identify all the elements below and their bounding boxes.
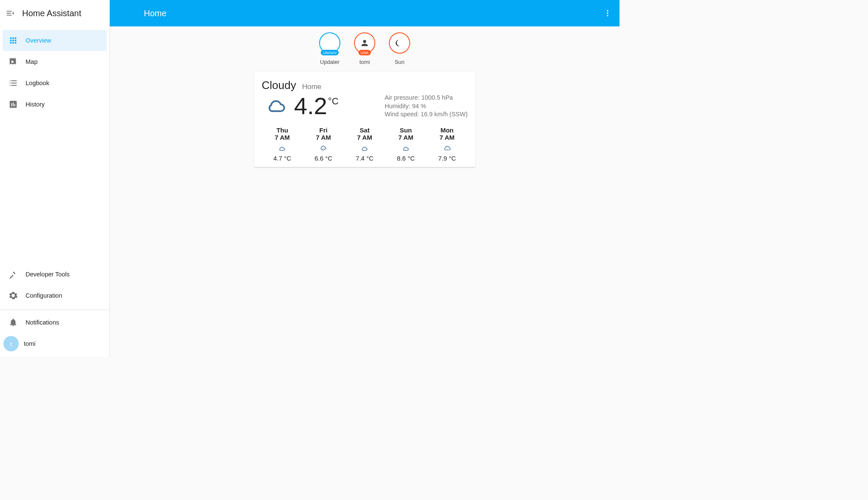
partly-cloudy-icon [344,143,385,154]
page-title: Home [144,9,166,18]
sidebar-header: Home Assistant [0,0,109,26]
forecast-temp: 6.6 °C [303,155,344,162]
partly-cloudy-icon [262,143,303,154]
sidebar-item-notifications[interactable]: Notifications [3,312,107,333]
forecast-day: Fri 7 AM 6.6 °C [303,126,344,162]
weather-card[interactable]: Cloudy Home 4.2°C Air pressure: 1000.5 h… [254,72,475,167]
weather-temp: 4.2°C [294,94,339,118]
main: Home UNAVAI Updater UNK tomi [110,0,620,357]
forecast-temp: 7.9 °C [426,155,468,162]
badge-sun[interactable]: Sun [387,32,412,65]
weather-temp-value: 4.2 [294,92,327,119]
badge-circle: UNAVAI [319,32,340,54]
bell-icon [9,318,26,327]
weather-condition: Cloudy [262,79,296,92]
forecast-temp: 7.4 °C [344,155,385,162]
forecast-weekday: Sun [385,126,426,134]
weather-now: 4.2°C Air pressure: 1000.5 hPa Humidity:… [262,94,468,119]
badge-tag: UNK [358,50,371,55]
brand-title: Home Assistant [22,9,81,18]
badge-circle [389,32,410,54]
forecast-day: Thu 7 AM 4.7 °C [262,126,303,162]
user-name: tomi [24,340,35,347]
sidebar-item-label: Developer Tools [26,271,70,278]
forecast-temp: 8.6 °C [385,155,426,162]
topbar: Home [110,0,620,26]
badge-label: Sun [394,59,404,65]
forecast-weekday: Thu [262,126,303,134]
forecast-weekday: Fri [303,126,344,134]
sidebar-tools: Developer Tools Configuration [0,264,109,308]
sidebar-item-label: Logbook [26,80,49,86]
rainy-icon [303,143,344,154]
list-icon [9,78,26,88]
sidebar-item-overview[interactable]: Overview [3,30,107,51]
weather-humidity: Humidity: 94 % [385,102,468,111]
entity-badges: UNAVAI Updater UNK tomi Sun [110,26,620,69]
menu-collapse-icon[interactable] [5,8,15,18]
forecast-day: Sat 7 AM 7.4 °C [344,126,385,162]
forecast-day: Mon 7 AM 7.9 °C [426,126,468,162]
badge-circle: UNK [354,32,375,54]
forecast-time: 7 AM [262,134,303,141]
person-icon [360,38,369,48]
sidebar-item-map[interactable]: Map [3,51,107,72]
sidebar-item-label: Configuration [26,292,62,299]
more-menu-icon[interactable] [602,8,613,18]
forecast-time: 7 AM [344,134,385,141]
user-avatar: t [3,336,19,351]
sidebar-user[interactable]: t tomi [0,333,109,354]
sidebar-item-developer-tools[interactable]: Developer Tools [3,264,107,285]
map-marker-icon [9,57,26,66]
weather-pressure: Air pressure: 1000.5 hPa [385,94,468,102]
sidebar-item-logbook[interactable]: Logbook [3,72,107,94]
gear-icon [9,291,26,300]
moon-icon [395,39,404,47]
sidebar-item-label: History [26,101,45,108]
badge-label: tomi [360,59,370,65]
sidebar: Home Assistant Overview Map Logbook Hist… [0,0,110,357]
sidebar-item-configuration[interactable]: Configuration [3,285,107,306]
forecast-day: Sun 7 AM 8.6 °C [385,126,426,162]
badge-tomi[interactable]: UNK tomi [352,32,377,65]
weather-wind: Wind speed: 16.9 km/h (SSW) [385,110,468,119]
weather-attributes: Air pressure: 1000.5 hPa Humidity: 94 % … [385,94,468,119]
divider [0,310,109,310]
badge-label: Updater [320,59,340,65]
apps-icon [9,36,26,45]
weather-forecast: Thu 7 AM 4.7 °C Fri 7 AM 6.6 °C Sat 7 AM… [262,126,468,162]
badge-tag: UNAVAI [321,50,339,55]
forecast-time: 7 AM [426,134,468,141]
badge-updater[interactable]: UNAVAI Updater [317,32,343,65]
cloud-icon [426,143,468,154]
weather-location: Home [302,83,321,91]
sidebar-item-label: Overview [26,37,51,44]
forecast-weekday: Mon [426,126,468,134]
sidebar-nav: Overview Map Logbook History [0,26,109,115]
hammer-icon [9,270,26,279]
partly-cloudy-icon [385,143,426,154]
sidebar-item-history[interactable]: History [3,94,107,115]
forecast-temp: 4.7 °C [262,155,303,162]
forecast-weekday: Sat [344,126,385,134]
forecast-time: 7 AM [385,134,426,141]
weather-temp-unit: °C [328,96,339,106]
chart-icon [9,100,26,109]
sidebar-item-label: Notifications [26,319,59,326]
forecast-time: 7 AM [303,134,344,141]
sidebar-item-label: Map [26,58,37,65]
cloud-icon [262,96,291,116]
weather-header: Cloudy Home [262,79,468,92]
